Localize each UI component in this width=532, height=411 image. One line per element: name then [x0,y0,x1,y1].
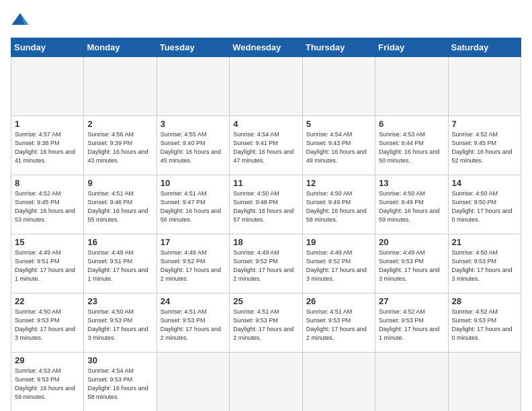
calendar-cell: 6Sunrise: 4:53 AMSunset: 9:44 PMDaylight… [375,116,448,175]
day-of-week-header: Monday [84,38,157,57]
day-number: 12 [306,178,371,188]
day-detail: Sunrise: 4:49 AMSunset: 9:51 PMDaylight:… [15,248,80,283]
day-number: 1 [15,119,80,129]
calendar-cell: 14Sunrise: 4:50 AMSunset: 9:50 PMDayligh… [448,175,521,234]
day-number: 7 [452,119,517,129]
calendar-cell [375,57,448,116]
day-detail: Sunrise: 4:57 AMSunset: 9:38 PMDaylight:… [15,130,80,165]
calendar-cell: 27Sunrise: 4:52 AMSunset: 9:53 PMDayligh… [375,293,448,353]
day-number: 17 [161,237,226,247]
day-number: 10 [161,178,226,188]
day-number: 8 [15,178,80,188]
day-number: 11 [233,178,298,188]
calendar-cell: 29Sunrise: 4:53 AMSunset: 9:53 PMDayligh… [11,353,84,412]
day-number: 24 [161,296,226,306]
calendar-cell: 9Sunrise: 4:51 AMSunset: 9:46 PMDaylight… [84,175,157,234]
day-detail: Sunrise: 4:54 AMSunset: 9:41 PMDaylight:… [233,130,298,165]
day-number: 13 [379,178,444,188]
day-detail: Sunrise: 4:49 AMSunset: 9:53 PMDaylight:… [379,248,444,283]
calendar-week-row: 22Sunrise: 4:50 AMSunset: 9:53 PMDayligh… [11,293,521,353]
calendar-cell: 28Sunrise: 4:52 AMSunset: 9:53 PMDayligh… [448,293,521,353]
calendar-cell: 18Sunrise: 4:49 AMSunset: 9:52 PMDayligh… [230,234,302,293]
day-number: 28 [452,296,517,306]
day-detail: Sunrise: 4:52 AMSunset: 9:45 PMDaylight:… [452,130,517,165]
calendar-week-row [11,57,521,116]
calendar-cell [11,57,84,116]
day-detail: Sunrise: 4:54 AMSunset: 9:43 PMDaylight:… [306,130,371,165]
day-detail: Sunrise: 4:49 AMSunset: 9:52 PMDaylight:… [161,248,226,283]
day-number: 18 [233,237,298,247]
day-number: 14 [452,178,517,188]
calendar-cell: 1Sunrise: 4:57 AMSunset: 9:38 PMDaylight… [11,116,84,175]
calendar-cell: 15Sunrise: 4:49 AMSunset: 9:51 PMDayligh… [11,234,84,293]
day-number: 2 [87,119,152,129]
day-of-week-header: Friday [375,38,448,57]
day-detail: Sunrise: 4:50 AMSunset: 9:53 PMDaylight:… [87,308,152,342]
day-detail: Sunrise: 4:52 AMSunset: 9:45 PMDaylight:… [15,189,80,224]
day-detail: Sunrise: 4:49 AMSunset: 9:52 PMDaylight:… [233,248,298,283]
day-detail: Sunrise: 4:51 AMSunset: 9:46 PMDaylight:… [87,189,152,224]
day-detail: Sunrise: 4:55 AMSunset: 9:40 PMDaylight:… [161,130,226,165]
calendar-cell: 8Sunrise: 4:52 AMSunset: 9:45 PMDaylight… [11,175,84,234]
day-detail: Sunrise: 4:51 AMSunset: 9:47 PMDaylight:… [161,189,226,224]
calendar-cell: 4Sunrise: 4:54 AMSunset: 9:41 PMDaylight… [230,116,302,175]
day-detail: Sunrise: 4:51 AMSunset: 9:53 PMDaylight:… [233,308,298,342]
day-number: 26 [306,296,371,306]
logo [11,11,32,30]
calendar-cell [375,353,448,412]
day-of-week-header: Sunday [11,38,84,57]
calendar-cell [157,353,229,412]
calendar-cell: 2Sunrise: 4:56 AMSunset: 9:39 PMDaylight… [84,116,157,175]
calendar-cell: 3Sunrise: 4:55 AMSunset: 9:40 PMDaylight… [157,116,229,175]
day-number: 22 [15,296,80,306]
day-detail: Sunrise: 4:50 AMSunset: 9:48 PMDaylight:… [233,189,298,224]
day-number: 23 [87,296,152,306]
day-number: 16 [87,237,152,247]
calendar-cell: 7Sunrise: 4:52 AMSunset: 9:45 PMDaylight… [448,116,521,175]
calendar-cell: 23Sunrise: 4:50 AMSunset: 9:53 PMDayligh… [84,293,157,353]
day-number: 20 [379,237,444,247]
calendar-cell [157,57,229,116]
calendar-cell: 11Sunrise: 4:50 AMSunset: 9:48 PMDayligh… [230,175,302,234]
calendar-header-row: SundayMondayTuesdayWednesdayThursdayFrid… [11,38,521,57]
day-number: 19 [306,237,371,247]
day-detail: Sunrise: 4:50 AMSunset: 9:50 PMDaylight:… [452,189,517,224]
day-detail: Sunrise: 4:50 AMSunset: 9:53 PMDaylight:… [452,248,517,283]
calendar-cell [230,57,302,116]
day-of-week-header: Saturday [448,38,521,57]
day-detail: Sunrise: 4:50 AMSunset: 9:53 PMDaylight:… [15,308,80,342]
day-detail: Sunrise: 4:52 AMSunset: 9:53 PMDaylight:… [379,308,444,342]
calendar-week-row: 29Sunrise: 4:53 AMSunset: 9:53 PMDayligh… [11,353,521,412]
calendar-cell: 26Sunrise: 4:51 AMSunset: 9:53 PMDayligh… [302,293,375,353]
calendar-week-row: 15Sunrise: 4:49 AMSunset: 9:51 PMDayligh… [11,234,521,293]
day-number: 15 [15,237,80,247]
calendar-cell: 21Sunrise: 4:50 AMSunset: 9:53 PMDayligh… [448,234,521,293]
calendar-cell [448,353,521,412]
logo-icon [11,11,30,30]
calendar-week-row: 1Sunrise: 4:57 AMSunset: 9:38 PMDaylight… [11,116,521,175]
day-detail: Sunrise: 4:50 AMSunset: 9:49 PMDaylight:… [306,189,371,224]
calendar-week-row: 8Sunrise: 4:52 AMSunset: 9:45 PMDaylight… [11,175,521,234]
day-number: 5 [306,119,371,129]
calendar-cell: 10Sunrise: 4:51 AMSunset: 9:47 PMDayligh… [157,175,229,234]
day-detail: Sunrise: 4:49 AMSunset: 9:52 PMDaylight:… [306,248,371,283]
day-detail: Sunrise: 4:56 AMSunset: 9:39 PMDaylight:… [87,130,152,165]
day-number: 27 [379,296,444,306]
day-number: 25 [233,296,298,306]
calendar-cell: 13Sunrise: 4:50 AMSunset: 9:49 PMDayligh… [375,175,448,234]
calendar-cell: 17Sunrise: 4:49 AMSunset: 9:52 PMDayligh… [157,234,229,293]
calendar-cell [230,353,302,412]
calendar-cell: 5Sunrise: 4:54 AMSunset: 9:43 PMDaylight… [302,116,375,175]
day-number: 3 [161,119,226,129]
day-number: 21 [452,237,517,247]
day-number: 4 [233,119,298,129]
day-detail: Sunrise: 4:53 AMSunset: 9:53 PMDaylight:… [15,367,80,402]
day-of-week-header: Tuesday [157,38,229,57]
header [11,11,521,30]
calendar-cell: 16Sunrise: 4:49 AMSunset: 9:51 PMDayligh… [84,234,157,293]
day-number: 9 [87,178,152,188]
calendar-cell [302,353,375,412]
calendar-cell [448,57,521,116]
calendar-cell: 24Sunrise: 4:51 AMSunset: 9:53 PMDayligh… [157,293,229,353]
calendar-cell: 12Sunrise: 4:50 AMSunset: 9:49 PMDayligh… [302,175,375,234]
